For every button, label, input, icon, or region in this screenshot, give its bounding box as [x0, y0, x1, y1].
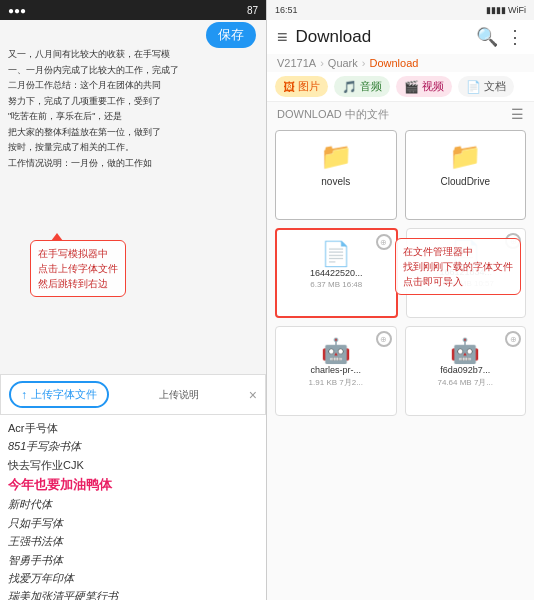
transfer-badge-3: ⊕	[376, 331, 392, 347]
font-list: Acr手号体 851手写杂书体 快去写作业CJK 今年也要加油鸭体 新时代体 只…	[0, 415, 266, 600]
left-status-time: 87	[247, 5, 258, 16]
breadcrumb-quark[interactable]: Quark	[328, 57, 358, 69]
breadcrumb-download[interactable]: Download	[369, 57, 418, 69]
folder-icon-2: 📁	[449, 141, 481, 172]
tab-audio[interactable]: 🎵 音频	[334, 76, 390, 97]
more-icon[interactable]: ⋮	[506, 26, 524, 48]
folder-icon: 📁	[320, 141, 352, 172]
handwriting-area: 又一，八月间有比较大的收获，在手写模 一、一月份内完成了比较大的工作，完成了 二…	[0, 40, 266, 260]
right-status-battery: ▮▮▮▮ WiFi	[486, 5, 527, 15]
upload-icon: ↑	[21, 388, 27, 402]
font-item-1[interactable]: 851手写杂书体	[8, 439, 258, 454]
tab-video-label: 视频	[422, 79, 444, 94]
file-meta-1: 6.37 MB 16:48	[310, 280, 362, 289]
breadcrumb-v2171a[interactable]: V2171A	[277, 57, 316, 69]
font-item-5[interactable]: 只如手写体	[8, 516, 258, 531]
right-panel: 16:51 ▮▮▮▮ WiFi ≡ Download 🔍 ⋮ V2171A › …	[267, 0, 534, 600]
upload-btn-label: 上传字体文件	[31, 387, 97, 402]
font-item-6[interactable]: 王强书法体	[8, 534, 258, 549]
section-header: DOWNLOAD 中的文件 ☰	[267, 102, 534, 126]
android-icon-2: 🤖	[450, 337, 480, 365]
left-panel: ●●● 87 保存 又一，八月间有比较大的收获，在手写模 一、一月份内完成了比较…	[0, 0, 267, 600]
font-item-9[interactable]: 瑞美加张清平硬笔行书	[8, 589, 258, 600]
upload-desc: 上传说明	[159, 388, 199, 402]
transfer-badge-1: ⊕	[376, 234, 392, 250]
upload-bar: ↑ 上传字体文件 上传说明 ×	[0, 374, 266, 415]
tab-audio-label: 音频	[360, 79, 382, 94]
files-container: 在文件管理器中找到刚刚下载的字体文件点击即可导入 ⊕ 📄 164422520..…	[275, 228, 526, 416]
font-item-8[interactable]: 找爱万年印体	[8, 571, 258, 586]
file-charles-pr[interactable]: ⊕ 🤖 charles-pr-... 1.91 KB 7月2...	[275, 326, 397, 416]
section-label: DOWNLOAD 中的文件	[277, 107, 389, 122]
images-tab-icon: 🖼	[283, 80, 295, 94]
tab-images[interactable]: 🖼 图片	[275, 76, 328, 97]
folder-clouddrive-name: CloudDrive	[441, 176, 490, 187]
tab-bar: 🖼 图片 🎵 音频 🎬 视频 📄 文档	[267, 72, 534, 102]
save-button[interactable]: 保存	[206, 22, 256, 48]
right-status-bar: 16:51 ▮▮▮▮ WiFi	[267, 0, 534, 20]
folder-novels[interactable]: 📁 novels	[275, 130, 397, 220]
font-item-2[interactable]: 快去写作业CJK	[8, 458, 258, 473]
left-status-signal: ●●●	[8, 5, 26, 16]
audio-tab-icon: 🎵	[342, 80, 357, 94]
folder-row: 📁 novels 📁 CloudDrive	[275, 130, 526, 220]
right-title: Download	[296, 27, 468, 47]
annotation-right: 在文件管理器中找到刚刚下载的字体文件点击即可导入	[395, 238, 521, 295]
tab-images-label: 图片	[298, 79, 320, 94]
file-164422520[interactable]: ⊕ 📄 164422520... 6.37 MB 16:48	[275, 228, 398, 318]
right-toolbar: ≡ Download 🔍 ⋮	[267, 20, 534, 54]
arrow-up	[51, 233, 63, 241]
file-meta-4: 74.64 MB 7月...	[437, 377, 493, 388]
file-f6da092b7[interactable]: ⊕ 🤖 f6da092b7... 74.64 MB 7月...	[405, 326, 527, 416]
upload-font-button[interactable]: ↑ 上传字体文件	[9, 381, 109, 408]
file-meta-3: 1.91 KB 7月2...	[309, 377, 363, 388]
breadcrumb: V2171A › Quark › Download	[267, 54, 534, 72]
font-item-4[interactable]: 新时代体	[8, 497, 258, 512]
handwriting-lines: 又一，八月间有比较大的收获，在手写模 一、一月份内完成了比较大的工作，完成了 二…	[8, 48, 258, 170]
android-icon-1: 🤖	[321, 337, 351, 365]
doc-icon-1: 📄	[321, 240, 351, 268]
tab-docs[interactable]: 📄 文档	[458, 76, 514, 97]
file-name-4: f6da092b7...	[440, 365, 490, 375]
font-item-7[interactable]: 智勇手书体	[8, 553, 258, 568]
docs-tab-icon: 📄	[466, 80, 481, 94]
font-item-0[interactable]: Acr手号体	[8, 421, 258, 436]
tab-video[interactable]: 🎬 视频	[396, 76, 452, 97]
transfer-badge-4: ⊕	[505, 331, 521, 347]
right-status-time: 16:51	[275, 5, 298, 15]
file-name-3: charles-pr-...	[310, 365, 361, 375]
folder-clouddrive[interactable]: 📁 CloudDrive	[405, 130, 527, 220]
search-icon[interactable]: 🔍	[476, 26, 498, 48]
tab-docs-label: 文档	[484, 79, 506, 94]
annotation-left: 在手写模拟器中点击上传字体文件然后跳转到右边	[30, 240, 126, 297]
close-icon[interactable]: ×	[249, 387, 257, 403]
video-tab-icon: 🎬	[404, 80, 419, 94]
file-row-2: ⊕ 🤖 charles-pr-... 1.91 KB 7月2... ⊕ 🤖 f6…	[275, 326, 526, 416]
hamburger-icon[interactable]: ≡	[277, 27, 288, 48]
folder-novels-name: novels	[321, 176, 350, 187]
font-item-3[interactable]: 今年也要加油鸭体	[8, 476, 258, 494]
left-status-bar: ●●● 87	[0, 0, 266, 20]
list-view-icon[interactable]: ☰	[511, 106, 524, 122]
file-name-1: 164422520...	[310, 268, 363, 278]
file-grid: 📁 novels 📁 CloudDrive 在文件管理器中找到刚刚下载的字体文件…	[267, 126, 534, 600]
